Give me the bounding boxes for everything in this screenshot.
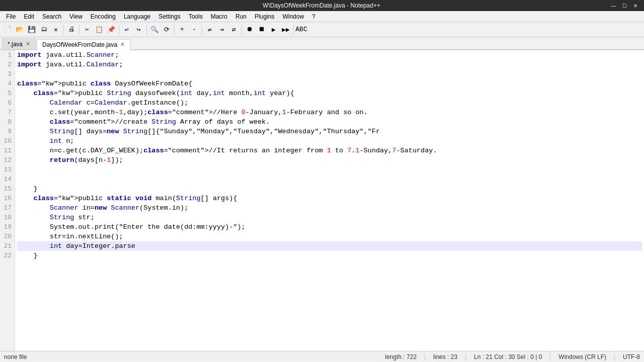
menu-item-settings[interactable]: Settings <box>154 12 184 21</box>
line-number-10: 10 <box>3 136 12 146</box>
code-line-10[interactable]: int n; <box>17 136 642 146</box>
code-line-18[interactable]: String str; <box>17 213 642 222</box>
toolbar: 📄 📂 💾 🗂 ✕ 🖨 ✂ 📋 📌 ↩ ↪ 🔍 ⟳ + - ⇌ ⇥ ⇄ ⏺ ⏹ … <box>0 22 644 37</box>
code-line-7[interactable]: c.set(year,month-1,day);class="comment">… <box>17 108 642 117</box>
minimize-button[interactable]: — <box>609 1 618 10</box>
code-line-22[interactable]: } <box>17 251 642 260</box>
tab-1[interactable]: DaysOfWeekFromDate.java✕ <box>37 39 130 50</box>
line-number-14: 14 <box>3 174 12 184</box>
line-number-22: 22 <box>3 251 12 260</box>
toolbar-sep-4 <box>146 25 147 35</box>
length-status: length : 722 <box>385 353 417 360</box>
open-button[interactable]: 📂 <box>14 24 25 35</box>
code-line-8[interactable]: class="comment">//create String Array of… <box>17 117 642 127</box>
toolbar-sep-3 <box>119 25 119 35</box>
code-line-13[interactable] <box>17 165 642 174</box>
sync-button[interactable]: ⇄ <box>228 24 239 35</box>
line-number-2: 2 <box>3 60 12 69</box>
title-buttons: — ☐ ✕ <box>609 1 640 10</box>
code-line-21[interactable]: int day=Integer.parse <box>17 241 642 251</box>
close-button[interactable]: ✕ <box>631 1 640 10</box>
toolbar-sep-5 <box>174 25 175 35</box>
wrap-button[interactable]: ⇌ <box>204 24 215 35</box>
code-area[interactable]: import java.util.Scanner;import java.uti… <box>15 50 644 351</box>
close-button-tb[interactable]: ✕ <box>50 24 61 35</box>
maximize-button[interactable]: ☐ <box>620 1 629 10</box>
redo-button[interactable]: ↪ <box>133 24 144 35</box>
line-number-19: 19 <box>3 222 12 232</box>
menu-item-view[interactable]: View <box>65 12 87 21</box>
macro-stop-button[interactable]: ⏹ <box>256 24 267 35</box>
status-bar: none file length : 722 lines : 23 Ln : 2… <box>0 351 644 362</box>
line-number-20: 20 <box>3 232 12 241</box>
menu-item-search[interactable]: Search <box>38 12 65 21</box>
menu-item-language[interactable]: Language <box>120 12 154 21</box>
indent-button[interactable]: ⇥ <box>216 24 227 35</box>
tab-close-1[interactable]: ✕ <box>120 41 125 48</box>
menu-item-tools[interactable]: Tools <box>185 12 207 21</box>
zoom-in-button[interactable]: + <box>177 24 188 35</box>
tab-0[interactable]: *.java✕ <box>2 38 36 49</box>
print-button[interactable]: 🖨 <box>66 24 77 35</box>
line-number-5: 5 <box>3 88 12 98</box>
line-number-9: 9 <box>3 127 12 136</box>
code-line-1[interactable]: import java.util.Scanner; <box>17 50 642 60</box>
copy-button[interactable]: 📋 <box>94 24 105 35</box>
line-number-21: 21 <box>3 241 12 251</box>
line-number-13: 13 <box>3 165 12 174</box>
save-button[interactable]: 💾 <box>26 24 37 35</box>
undo-button[interactable]: ↩ <box>121 24 132 35</box>
code-line-9[interactable]: String[] days=new String[]{"Sunday","Mon… <box>17 127 642 136</box>
line-number-18: 18 <box>3 213 12 222</box>
line-ending-status: Windows (CR LF) <box>558 353 606 360</box>
toolbar-sep-6 <box>202 25 202 35</box>
new-button[interactable]: 📄 <box>2 24 13 35</box>
macro-record-button[interactable]: ⏺ <box>244 24 255 35</box>
replace-button[interactable]: ⟳ <box>161 24 172 35</box>
find-button[interactable]: 🔍 <box>149 24 160 35</box>
menu-bar: FileEditSearchViewEncodingLanguageSettin… <box>0 11 644 22</box>
line-number-1: 1 <box>3 50 12 60</box>
line-number-6: 6 <box>3 98 12 108</box>
status-sep-4 <box>614 353 615 360</box>
menu-item-window[interactable]: Window <box>278 12 308 21</box>
status-section: length : 722 lines : 23 Ln : 21 Col : 30… <box>385 353 640 360</box>
menu-item-encoding[interactable]: Encoding <box>87 12 120 21</box>
code-line-16[interactable]: class="kw">public static void main(Strin… <box>17 194 642 203</box>
code-line-12[interactable]: return(days[n-1]); <box>17 155 642 165</box>
code-line-17[interactable]: Scanner in=new Scanner(System.in); <box>17 203 642 213</box>
spellcheck-button[interactable]: ABC <box>296 24 307 35</box>
zoom-out-button[interactable]: - <box>189 24 200 35</box>
code-line-3[interactable] <box>17 69 642 79</box>
line-number-8: 8 <box>3 117 12 127</box>
code-line-2[interactable]: import java.util.Calendar; <box>17 60 642 69</box>
line-number-3: 3 <box>3 69 12 79</box>
paste-button[interactable]: 📌 <box>106 24 117 35</box>
toolbar-sep-2 <box>79 25 79 35</box>
code-line-11[interactable]: n=c.get(c.DAY_OF_WEEK);class="comment">/… <box>17 146 642 155</box>
code-line-19[interactable]: System.out.print("Enter the date(dd:mm:y… <box>17 222 642 232</box>
macro-play-button[interactable]: ▶ <box>268 24 279 35</box>
title-text: W\DaysOfWeekFromDate.java - Notepad++ <box>34 2 609 9</box>
cursor-status: Ln : 21 Col : 30 Sel : 0 | 0 <box>474 353 542 360</box>
menu-item-?[interactable]: ? <box>308 12 319 21</box>
cut-button[interactable]: ✂ <box>82 24 93 35</box>
toolbar-sep-8 <box>293 25 294 35</box>
line-number-15: 15 <box>3 184 12 194</box>
menu-item-edit[interactable]: Edit <box>20 12 38 21</box>
menu-item-plugins[interactable]: Plugins <box>251 12 278 21</box>
tab-close-0[interactable]: ✕ <box>26 41 30 47</box>
menu-item-file[interactable]: File <box>2 12 20 21</box>
menu-item-run[interactable]: Run <box>231 12 251 21</box>
code-line-20[interactable]: str=in.nextLine(); <box>17 232 642 241</box>
code-line-4[interactable]: class="kw">public class DaysOfWeekFromDa… <box>17 79 642 88</box>
save-all-button[interactable]: 🗂 <box>38 24 49 35</box>
status-sep-2 <box>465 353 466 360</box>
code-line-5[interactable]: class="kw">public String daysofweek(int … <box>17 88 642 98</box>
line-number-4: 4 <box>3 79 12 88</box>
menu-item-macro[interactable]: Macro <box>207 12 231 21</box>
code-line-15[interactable]: } <box>17 184 642 194</box>
code-line-14[interactable] <box>17 174 642 184</box>
macro-save-button[interactable]: ▶▶ <box>280 24 291 35</box>
code-line-6[interactable]: Calendar c=Calendar.getInstance(); <box>17 98 642 108</box>
